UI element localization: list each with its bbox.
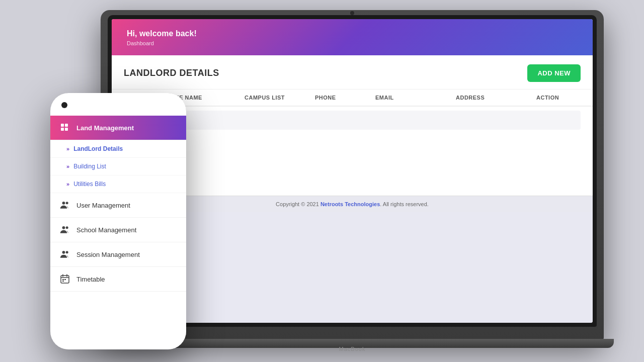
svg-rect-15 — [64, 279, 66, 280]
svg-rect-1 — [65, 124, 68, 127]
add-new-button[interactable]: ADD NEW — [527, 64, 581, 82]
svg-rect-0 — [61, 124, 64, 127]
users-icon-session — [59, 249, 70, 260]
svg-point-9 — [66, 251, 68, 253]
nav-label-user-management: User Management — [76, 202, 130, 209]
svg-point-6 — [62, 226, 65, 229]
nav-label-timetable: Timetable — [76, 276, 105, 283]
sub-arrow-1: » — [66, 146, 69, 152]
svg-rect-16 — [62, 281, 64, 282]
nav-label-land-management: Land Management — [76, 124, 134, 132]
sub-nav-utilities[interactable]: » Utilities Bills — [50, 175, 186, 193]
sub-nav-landlord-details[interactable]: » LandLord Details — [50, 140, 186, 158]
laptop-header: Hi, welcome back! Dashboard — [112, 19, 593, 55]
col-email: EMAIL — [375, 95, 456, 101]
phone-content: Land Management » LandLord Details » Bui… — [50, 93, 186, 349]
footer-suffix: . All rights reserved. — [380, 201, 429, 207]
header-subtitle: Dashboard — [127, 40, 578, 46]
calendar-icon — [59, 274, 70, 285]
col-phone: PHONE — [315, 95, 375, 101]
welcome-text: Hi, welcome back! — [127, 29, 578, 38]
footer-link[interactable]: Netroots Technologies — [320, 201, 380, 207]
nav-label-session-management: Session Management — [76, 251, 140, 258]
phone-camera — [61, 102, 67, 108]
svg-point-4 — [62, 202, 65, 205]
col-action: ACTION — [536, 95, 587, 101]
nav-item-land-management[interactable]: Land Management — [50, 116, 186, 140]
svg-rect-2 — [61, 128, 64, 131]
sub-arrow-3: » — [66, 181, 69, 187]
sub-label-landlord: LandLord Details — [73, 145, 123, 152]
phone-nav: Land Management » LandLord Details » Bui… — [50, 116, 186, 292]
nav-item-timetable[interactable]: Timetable — [50, 267, 186, 292]
svg-rect-14 — [62, 279, 64, 280]
footer-text: Copyright © 2021 — [276, 201, 320, 207]
macbook-brand-label: MacBook — [339, 346, 366, 352]
users-icon-school — [59, 224, 70, 235]
sub-arrow-2: » — [66, 163, 69, 169]
col-address: ADDRESS — [456, 95, 536, 101]
svg-point-8 — [62, 251, 65, 254]
nav-item-session-management[interactable]: Session Management — [50, 242, 186, 267]
svg-rect-3 — [65, 128, 68, 131]
svg-point-5 — [66, 202, 68, 204]
nav-item-user-management[interactable]: User Management — [50, 193, 186, 218]
mobile-phone: Land Management » LandLord Details » Bui… — [50, 93, 186, 349]
macbook-camera — [350, 11, 354, 15]
nav-item-school-management[interactable]: School Management — [50, 218, 186, 242]
empty-table-message: table — [124, 111, 581, 130]
grid-icon — [59, 122, 70, 133]
page-title: LANDLORD DETAILS — [124, 68, 219, 78]
sub-nav-building-list[interactable]: » Building List — [50, 158, 186, 175]
nav-label-school-management: School Management — [76, 226, 136, 234]
svg-point-7 — [66, 226, 68, 229]
main-header: LANDLORD DETAILS ADD NEW — [112, 55, 593, 89]
users-icon-user — [59, 200, 70, 211]
sub-label-utilities: Utilities Bills — [73, 180, 106, 188]
sub-label-building: Building List — [73, 163, 106, 170]
land-management-sub-items: » LandLord Details » Building List » Uti… — [50, 140, 186, 193]
col-campus: CAMPUS LIST — [245, 95, 315, 101]
